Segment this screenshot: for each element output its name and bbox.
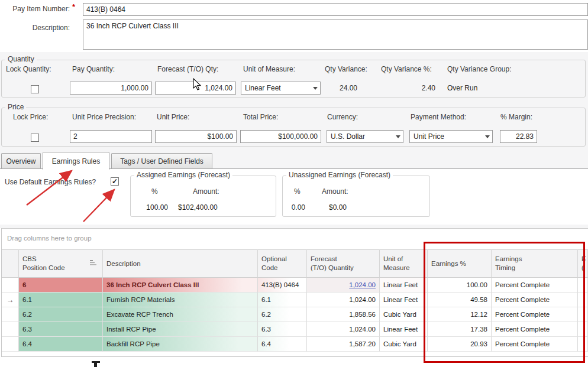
unit-of-measure-value: Linear Feet bbox=[245, 84, 281, 92]
cell-earnings-pct[interactable]: 12.12 bbox=[428, 307, 492, 322]
lock-quantity-checkbox[interactable] bbox=[31, 85, 39, 93]
cell-cbs-code[interactable]: 6.4 bbox=[19, 337, 103, 352]
forecast-quantity-link[interactable]: 1,024.00 bbox=[349, 281, 376, 288]
row-indicator-cell bbox=[2, 307, 19, 322]
unit-price-precision-input[interactable]: 2 bbox=[70, 130, 152, 143]
cell-clipped bbox=[578, 322, 588, 337]
payment-method-value: Unit Price bbox=[413, 132, 444, 141]
tab-tags-user-defined-fields[interactable]: Tags / User Defined Fields bbox=[111, 153, 212, 168]
column-header-cbs-position-code[interactable]: CBS Position Code bbox=[19, 249, 103, 278]
cell-earnings-pct[interactable]: 17.38 bbox=[428, 322, 492, 337]
row-indicator-cell bbox=[2, 337, 19, 352]
assigned-pct-header: % bbox=[151, 187, 158, 196]
currency-dropdown[interactable]: U.S. Dollar bbox=[327, 130, 403, 143]
margin-input[interactable]: 22.83 bbox=[500, 130, 537, 143]
qty-variance-group-label: Qty Variance Group: bbox=[447, 65, 512, 73]
unit-price-precision-value: 2 bbox=[73, 132, 77, 141]
cell-cbs-code[interactable]: 6.3 bbox=[19, 322, 103, 337]
cell-earnings-pct[interactable]: 49.58 bbox=[428, 293, 492, 307]
lock-quantity-label: Lock Quantity: bbox=[6, 65, 51, 73]
cell-description[interactable]: 36 Inch RCP Culvert Class III bbox=[103, 278, 258, 293]
dropdown-arrow-icon bbox=[396, 135, 400, 138]
use-default-earnings-rules-checkbox[interactable]: ✓ bbox=[111, 177, 119, 186]
cell-earnings-timing[interactable]: Percent Complete bbox=[492, 293, 578, 307]
forecast-qty-input[interactable]: 1,024.00 bbox=[155, 82, 236, 95]
tab-earnings-rules[interactable]: Earnings Rules bbox=[43, 152, 109, 170]
unit-price-precision-label: Unit Price Precision: bbox=[72, 113, 136, 121]
cell-forecast-quantity[interactable]: 1,024.00 bbox=[307, 322, 380, 337]
cell-cbs-code[interactable]: 6 bbox=[19, 278, 103, 293]
column-header-earnings-timing[interactable]: Earnings Timing bbox=[492, 249, 578, 278]
cell-cbs-code[interactable]: 6.1 bbox=[19, 293, 103, 307]
cell-unit-of-measure[interactable]: Linear Feet bbox=[380, 322, 428, 337]
cell-earnings-timing[interactable]: Percent Complete bbox=[492, 307, 578, 322]
cell-optional-code[interactable]: 6.4 bbox=[258, 337, 307, 352]
pay-item-number-value: 413(B) 0464 bbox=[86, 5, 125, 14]
forecast-qty-label: Forecast (T/O) Qty: bbox=[157, 65, 218, 73]
cell-description[interactable]: Install RCP Pipe bbox=[103, 322, 258, 337]
qty-variance-pct-value: 2.40 bbox=[398, 84, 435, 92]
column-header-forecast-quantity[interactable]: Forecast (T/O) Quantity bbox=[307, 249, 380, 278]
payment-method-label: Payment Method: bbox=[411, 113, 466, 121]
cell-optional-code[interactable]: 6.1 bbox=[258, 293, 307, 307]
assigned-amount-header: Amount: bbox=[193, 187, 219, 196]
cell-earnings-pct[interactable]: 20.93 bbox=[428, 337, 492, 352]
cell-description[interactable]: Excavate RCP Trench bbox=[103, 307, 258, 322]
currency-value: U.S. Dollar bbox=[331, 132, 365, 141]
description-input[interactable]: 36 Inch RCP Culvert Class III bbox=[83, 20, 588, 50]
dropdown-arrow-icon bbox=[485, 135, 490, 138]
description-label: Description: bbox=[0, 24, 70, 32]
cell-unit-of-measure[interactable]: Linear Feet bbox=[380, 293, 428, 307]
cell-unit-of-measure[interactable]: Cubic Yard bbox=[380, 307, 428, 322]
lock-price-checkbox[interactable] bbox=[31, 134, 39, 142]
column-header-clipped: E ( bbox=[578, 249, 588, 278]
dropdown-arrow-icon bbox=[313, 87, 318, 90]
group-by-drop-zone[interactable]: Drag columns here to group bbox=[7, 235, 92, 242]
cell-earnings-timing[interactable]: Percent Complete bbox=[492, 337, 578, 352]
payment-method-dropdown[interactable]: Unit Price bbox=[409, 130, 493, 143]
cell-forecast-quantity[interactable]: 1,024.00 bbox=[307, 293, 380, 307]
assigned-amount-value: $102,400.00 bbox=[178, 203, 218, 212]
grid-table: CBS Position Code Description Optional C… bbox=[2, 249, 588, 352]
cell-clipped bbox=[578, 278, 588, 293]
pay-quantity-input[interactable]: 1,000.00 bbox=[70, 82, 152, 95]
cell-cbs-code[interactable]: 6.2 bbox=[19, 307, 103, 322]
cell-clipped bbox=[578, 293, 588, 307]
column-header-earnings-pct[interactable]: Earnings % bbox=[428, 249, 492, 278]
pay-quantity-label: Pay Quantity: bbox=[72, 65, 115, 73]
assigned-earnings-legend: Assigned Earnings (Forecast) bbox=[134, 171, 232, 179]
unit-price-value: $100.00 bbox=[208, 132, 233, 141]
earnings-rules-grid: Drag columns here to group CBS Position … bbox=[1, 228, 588, 357]
tab-overview[interactable]: Overview bbox=[1, 153, 41, 168]
quantity-group-legend: Quantity bbox=[5, 55, 37, 63]
cell-unit-of-measure[interactable]: Linear Feet bbox=[380, 278, 428, 293]
margin-value: 22.83 bbox=[516, 132, 534, 141]
row-indicator-header bbox=[2, 249, 19, 278]
unassigned-amount-value: $0.00 bbox=[329, 203, 347, 212]
total-price-input[interactable]: $100,000.00 bbox=[240, 130, 321, 143]
unit-of-measure-dropdown[interactable]: Linear Feet bbox=[241, 82, 321, 95]
cell-earnings-timing[interactable]: Percent Complete bbox=[492, 278, 578, 293]
unassigned-pct-value: 0.00 bbox=[283, 203, 305, 212]
current-row-pointer-icon: → bbox=[2, 293, 19, 307]
unit-price-input[interactable]: $100.00 bbox=[155, 130, 237, 143]
sort-ascending-icon bbox=[89, 259, 98, 267]
row-indicator-cell bbox=[2, 278, 19, 293]
cell-forecast-quantity[interactable]: 1,024.00 bbox=[307, 278, 380, 293]
total-price-label: Total Price: bbox=[243, 113, 278, 121]
column-header-optional-code[interactable]: Optional Code bbox=[258, 249, 307, 278]
cell-earnings-pct[interactable]: 100.00 bbox=[428, 278, 492, 293]
column-header-unit-of-measure[interactable]: Unit of Measure bbox=[380, 249, 428, 278]
cell-forecast-quantity[interactable]: 1,587.20 bbox=[307, 337, 380, 352]
pay-item-number-input[interactable]: 413(B) 0464 bbox=[83, 3, 588, 16]
cell-description[interactable]: Backfill RCP Pipe bbox=[103, 337, 258, 352]
cell-optional-code[interactable]: 413(B) 0464 bbox=[258, 278, 307, 293]
cell-forecast-quantity[interactable]: 1,858.56 bbox=[307, 307, 380, 322]
cell-description[interactable]: Furnish RCP Materials bbox=[103, 293, 258, 307]
cell-optional-code[interactable]: 6.2 bbox=[258, 307, 307, 322]
cell-unit-of-measure[interactable]: Cubic Yard bbox=[380, 337, 428, 352]
cell-optional-code[interactable]: 6.3 bbox=[258, 322, 307, 337]
pay-quantity-value: 1,000.00 bbox=[121, 84, 148, 92]
column-header-description[interactable]: Description bbox=[103, 249, 258, 278]
cell-earnings-timing[interactable]: Percent Complete bbox=[492, 322, 578, 337]
